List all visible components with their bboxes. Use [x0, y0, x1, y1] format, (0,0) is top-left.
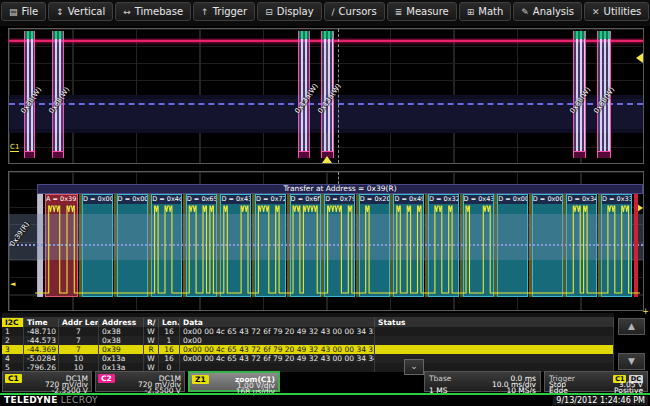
burst-bottom-cap: [574, 151, 585, 158]
menu-button-display[interactable]: ⊟Display: [257, 2, 321, 21]
burst-top-cap: [574, 31, 585, 39]
trigger-time-dashed-line: [338, 29, 339, 163]
table-row[interactable]: 4-5.0284 ...100x13aW160x00 00 4c 65 43 7…: [2, 354, 614, 363]
table-header-cell: I2C: [2, 318, 24, 327]
table-header-row: I2CTimeAddr Len...AddressR/Len...DataSta…: [2, 318, 614, 327]
menu-label: Trigger: [213, 6, 248, 17]
c2-tag: C2: [98, 374, 115, 383]
trigger-position-marker-icon[interactable]: [322, 156, 332, 163]
menu-button-utilities[interactable]: ✕Utilities: [584, 2, 649, 21]
display-icon: ⊟: [265, 7, 273, 17]
datetime-display: 9/13/2012 1:24:46 PM: [553, 396, 648, 405]
table-header-cell: Len...: [159, 318, 180, 327]
c1-tag: C1: [5, 374, 22, 383]
menu-button-cursors[interactable]: ∕Cursors: [324, 2, 385, 21]
burst-top-cap: [322, 31, 333, 39]
table-header-cell: Time: [24, 318, 59, 327]
table-cell: 10: [59, 354, 99, 363]
table-cell: [375, 327, 614, 336]
table-row[interactable]: 2-44.573 ...70x38W10x00: [2, 336, 614, 345]
math-icon: ⊞: [467, 7, 475, 17]
table-cell: 16: [159, 327, 180, 336]
table-cell: 0x38: [99, 327, 144, 336]
z1-descriptor-box[interactable]: Z1 zoom(C1) 1.00 V/div 168 µs/div: [188, 371, 280, 392]
menu-button-file[interactable]: ▤File: [1, 2, 46, 21]
c1-zoom-trace-path: [35, 206, 640, 293]
zoom-waveform-grid[interactable]: Transfer at Address = 0x39(R) A = 0x39..…: [8, 171, 644, 311]
table-row[interactable]: 3-44.369 ...70x39R160x00 00 4c 65 43 72 …: [2, 345, 614, 354]
menu-label: Measure: [406, 6, 449, 17]
table-scroll-up-button[interactable]: ▲: [618, 318, 645, 335]
c1-zoom-waveform: [9, 172, 643, 310]
trigger-level-marker-icon[interactable]: [636, 53, 643, 63]
table-header-cell: Status: [375, 318, 614, 327]
menu-label: Vertical: [68, 6, 105, 17]
table-cell: 2: [2, 336, 24, 345]
trigger-box[interactable]: Trigger C1 DC Stop3.05 V EdgePositive: [544, 371, 648, 392]
oscilloscope-screen: ▤File↕Vertical↔Timebase↑Trigger⊟Display∕…: [0, 0, 650, 406]
table-cell: 7: [59, 336, 99, 345]
table-cell: 0x00: [180, 336, 375, 345]
burst-top-cap: [299, 31, 309, 39]
table-row[interactable]: 1-48.710 ...70x38W160x00 00 4c 65 43 72 …: [2, 327, 614, 336]
table-cell: R: [144, 345, 159, 354]
table-cell: 16: [159, 345, 180, 354]
menu-label: Math: [478, 6, 503, 17]
menu-bar: ▤File↕Vertical↔Timebase↑Trigger⊟Display∕…: [0, 0, 650, 26]
table-cell: 1: [159, 336, 180, 345]
table-cell: 4: [2, 354, 24, 363]
table-cell: 1: [2, 327, 24, 336]
table-cell: W: [144, 354, 159, 363]
table-minimize-button[interactable]: ⌄: [404, 359, 424, 375]
table-cell: 7: [59, 345, 99, 354]
table-cell: 7: [59, 327, 99, 336]
table-cell: -44.369 ...: [24, 345, 59, 354]
menu-button-trigger[interactable]: ↑Trigger: [193, 2, 255, 21]
c1-baseline-marker[interactable]: C1: [10, 143, 19, 152]
table-cell: 0x00 00 4c 65 43 72 6f 79 20 49 32 43 00…: [180, 327, 375, 336]
table-cell: 0x39: [99, 345, 144, 354]
table-cell: 0x00 00 4c 65 43 72 6f 79 20 49 32 43 00…: [180, 354, 375, 363]
table-cell: -44.573 ...: [24, 336, 59, 345]
menu-button-vertical[interactable]: ↕Vertical: [48, 2, 113, 21]
menu-button-math[interactable]: ⊞Math: [459, 2, 512, 21]
vertical-icon: ↕: [56, 7, 64, 17]
timebase-icon: ↔: [123, 7, 131, 17]
analysis-icon: ✎: [521, 7, 529, 17]
timebase-box[interactable]: Tbase0.0 ms 10.0 ms/div 1 MS10 MS/s: [424, 371, 541, 392]
menu-button-timebase[interactable]: ↔Timebase: [115, 2, 191, 21]
main-waveform-grid[interactable]: 0x38(W)0x38(W)0x13a(W)0x13a(W)0x38(W)0x3…: [8, 28, 644, 164]
burst-top-cap: [53, 31, 63, 39]
menu-label: File: [22, 6, 39, 17]
cursors-icon: ∕: [332, 7, 335, 17]
table-cell: 16: [159, 354, 180, 363]
burst-bottom-cap: [25, 151, 34, 158]
burst-top-cap: [25, 31, 34, 39]
table-header-cell: Address: [99, 318, 144, 327]
table-cell: -48.710 ...: [24, 327, 59, 336]
table-cell: -5.0284 ...: [24, 354, 59, 363]
table-cell: 0x38: [99, 336, 144, 345]
menu-label: Analysis: [533, 6, 574, 17]
table-cell: W: [144, 336, 159, 345]
table-cell: 0x00 00 4c 65 43 72 6f 79 20 49 32 43 00…: [180, 345, 375, 354]
table-cell: [375, 345, 614, 354]
burst-bottom-cap: [53, 151, 63, 158]
z1-tag: Z1: [192, 375, 209, 384]
burst-bottom-cap: [598, 151, 610, 158]
table-cell: W: [144, 327, 159, 336]
menu-button-analysis[interactable]: ✎Analysis: [513, 2, 582, 21]
c2-descriptor-box[interactable]: C2 DC1M 720 mV/div -2.5500 V: [95, 371, 185, 392]
file-icon: ▤: [9, 7, 18, 17]
table-scroll-down-button[interactable]: ▼: [618, 353, 645, 370]
table-cell: 3: [2, 345, 24, 354]
menu-label: Display: [277, 6, 314, 17]
menu-button-measure[interactable]: ≣Measure: [387, 2, 457, 21]
table-cell: 0x13a: [99, 354, 144, 363]
burst-top-cap: [598, 31, 610, 39]
measure-icon: ≣: [395, 7, 403, 17]
table-header-cell: Data: [180, 318, 375, 327]
menu-label: Timebase: [135, 6, 183, 17]
menu-label: Cursors: [339, 6, 377, 17]
c1-descriptor-box[interactable]: C1 DC1M 720 mV/div -2.5500 V: [2, 371, 92, 392]
